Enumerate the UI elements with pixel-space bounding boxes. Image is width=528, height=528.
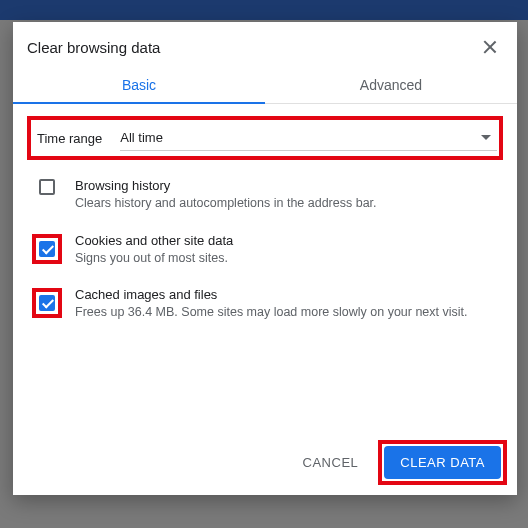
option-cached: Cached images and files Frees up 36.4 MB… <box>27 277 503 332</box>
option-cookies: Cookies and other site data Signs you ou… <box>27 223 503 278</box>
cancel-button[interactable]: CANCEL <box>293 447 369 478</box>
dialog-tabs: Basic Advanced <box>13 66 517 104</box>
option-title: Cached images and files <box>75 287 468 302</box>
dialog-footer: CANCEL CLEAR DATA <box>13 430 517 495</box>
chevron-down-icon <box>481 135 491 140</box>
time-range-value: All time <box>120 130 163 145</box>
tab-advanced[interactable]: Advanced <box>265 66 517 103</box>
checkbox-browsing-history[interactable] <box>39 179 55 195</box>
highlight-time-range: Time range All time <box>27 116 503 160</box>
time-range-select[interactable]: All time <box>120 125 497 151</box>
option-desc: Clears history and autocompletions in th… <box>75 195 377 213</box>
dialog-title: Clear browsing data <box>27 39 160 56</box>
option-title: Browsing history <box>75 178 377 193</box>
close-icon[interactable] <box>481 38 499 56</box>
clear-data-button[interactable]: CLEAR DATA <box>384 446 501 479</box>
option-browsing-history: Browsing history Clears history and auto… <box>27 168 503 223</box>
highlight-clear-button: CLEAR DATA <box>378 440 507 485</box>
checkbox-cookies[interactable] <box>39 241 55 257</box>
clear-browsing-data-dialog: Clear browsing data Basic Advanced Time … <box>13 22 517 495</box>
time-range-row: Time range All time <box>33 122 497 154</box>
checkbox-cached[interactable] <box>39 295 55 311</box>
highlight-checkbox-cookies <box>32 234 62 264</box>
highlight-checkbox-cached <box>32 288 62 318</box>
option-title: Cookies and other site data <box>75 233 233 248</box>
dialog-header: Clear browsing data <box>13 22 517 66</box>
browser-toolbar-obscured <box>0 0 528 20</box>
option-desc: Frees up 36.4 MB. Some sites may load mo… <box>75 304 468 322</box>
tab-basic[interactable]: Basic <box>13 66 265 103</box>
dialog-content: Time range All time Browsing history Cle… <box>13 104 517 430</box>
time-range-label: Time range <box>33 131 102 146</box>
option-desc: Signs you out of most sites. <box>75 250 233 268</box>
